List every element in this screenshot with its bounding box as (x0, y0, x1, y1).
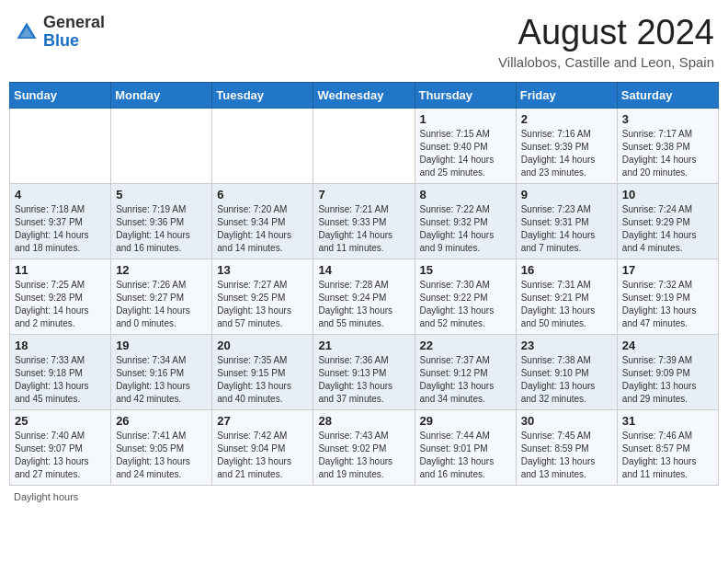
calendar-cell: 23Sunrise: 7:38 AMSunset: 9:10 PMDayligh… (516, 334, 617, 409)
calendar-week-row: 11Sunrise: 7:25 AMSunset: 9:28 PMDayligh… (10, 259, 719, 334)
day-info: Sunrise: 7:38 AMSunset: 9:10 PMDaylight:… (521, 354, 612, 406)
day-info: Sunrise: 7:18 AMSunset: 9:37 PMDaylight:… (15, 203, 106, 255)
calendar-cell: 16Sunrise: 7:31 AMSunset: 9:21 PMDayligh… (516, 259, 617, 334)
calendar-cell: 7Sunrise: 7:21 AMSunset: 9:33 PMDaylight… (313, 183, 415, 259)
calendar-cell (212, 108, 313, 183)
day-info: Sunrise: 7:31 AMSunset: 9:21 PMDaylight:… (521, 279, 612, 330)
day-info: Sunrise: 7:36 AMSunset: 9:13 PMDaylight:… (318, 354, 409, 406)
day-info: Sunrise: 7:42 AMSunset: 9:04 PMDaylight:… (217, 430, 308, 481)
calendar-cell: 17Sunrise: 7:32 AMSunset: 9:19 PMDayligh… (617, 259, 718, 334)
day-info: Sunrise: 7:15 AMSunset: 9:40 PMDaylight:… (420, 128, 511, 179)
day-number: 12 (116, 263, 207, 277)
calendar-cell: 14Sunrise: 7:28 AMSunset: 9:24 PMDayligh… (313, 259, 415, 334)
logo-icon (14, 19, 40, 45)
day-number: 3 (622, 112, 713, 126)
day-number: 6 (217, 188, 308, 201)
header: General Blue August 2024 Villalobos, Cas… (9, 9, 719, 75)
day-number: 14 (318, 263, 409, 277)
calendar-cell: 20Sunrise: 7:35 AMSunset: 9:15 PMDayligh… (212, 334, 313, 409)
day-number: 26 (116, 414, 207, 428)
day-info: Sunrise: 7:23 AMSunset: 9:31 PMDaylight:… (521, 203, 612, 255)
weekday-header: Sunday (10, 82, 111, 108)
calendar-week-row: 1Sunrise: 7:15 AMSunset: 9:40 PMDaylight… (10, 108, 719, 183)
calendar-cell: 13Sunrise: 7:27 AMSunset: 9:25 PMDayligh… (212, 259, 313, 334)
logo: General Blue (14, 14, 105, 51)
day-info: Sunrise: 7:41 AMSunset: 9:05 PMDaylight:… (116, 430, 207, 481)
day-number: 5 (116, 188, 207, 201)
calendar-cell: 30Sunrise: 7:45 AMSunset: 8:59 PMDayligh… (516, 409, 617, 485)
day-info: Sunrise: 7:35 AMSunset: 9:15 PMDaylight:… (217, 354, 308, 406)
day-number: 10 (622, 188, 713, 201)
calendar-week-row: 18Sunrise: 7:33 AMSunset: 9:18 PMDayligh… (10, 334, 719, 409)
calendar-cell: 5Sunrise: 7:19 AMSunset: 9:36 PMDaylight… (111, 183, 212, 259)
calendar-cell: 9Sunrise: 7:23 AMSunset: 9:31 PMDaylight… (516, 183, 617, 259)
day-number: 7 (318, 188, 409, 201)
day-info: Sunrise: 7:27 AMSunset: 9:25 PMDaylight:… (217, 279, 308, 330)
calendar-cell: 2Sunrise: 7:16 AMSunset: 9:39 PMDaylight… (516, 108, 617, 183)
calendar-table: SundayMondayTuesdayWednesdayThursdayFrid… (9, 82, 719, 486)
weekday-header: Wednesday (313, 82, 415, 108)
calendar-cell: 29Sunrise: 7:44 AMSunset: 9:01 PMDayligh… (415, 409, 516, 485)
logo-text: General Blue (43, 14, 105, 51)
title-area: August 2024 Villalobos, Castille and Leo… (498, 14, 714, 70)
calendar-cell: 31Sunrise: 7:46 AMSunset: 8:57 PMDayligh… (617, 409, 718, 485)
day-number: 27 (217, 414, 308, 428)
weekday-header: Monday (111, 82, 212, 108)
calendar-cell: 15Sunrise: 7:30 AMSunset: 9:22 PMDayligh… (415, 259, 516, 334)
day-info: Sunrise: 7:28 AMSunset: 9:24 PMDaylight:… (318, 279, 409, 330)
day-info: Sunrise: 7:43 AMSunset: 9:02 PMDaylight:… (318, 430, 409, 481)
day-number: 21 (318, 339, 409, 352)
day-info: Sunrise: 7:39 AMSunset: 9:09 PMDaylight:… (622, 354, 713, 406)
day-number: 31 (622, 414, 713, 428)
day-info: Sunrise: 7:25 AMSunset: 9:28 PMDaylight:… (15, 279, 106, 330)
day-info: Sunrise: 7:46 AMSunset: 8:57 PMDaylight:… (622, 430, 713, 481)
day-number: 2 (521, 112, 612, 126)
day-number: 16 (521, 263, 612, 277)
weekday-header: Thursday (415, 82, 516, 108)
calendar-cell (10, 108, 111, 183)
location-subtitle: Villalobos, Castille and Leon, Spain (498, 54, 714, 70)
daylight-label: Daylight hours (14, 491, 78, 502)
day-number: 20 (217, 339, 308, 352)
calendar-cell: 24Sunrise: 7:39 AMSunset: 9:09 PMDayligh… (617, 334, 718, 409)
day-info: Sunrise: 7:16 AMSunset: 9:39 PMDaylight:… (521, 128, 612, 179)
day-info: Sunrise: 7:19 AMSunset: 9:36 PMDaylight:… (116, 203, 207, 255)
day-info: Sunrise: 7:30 AMSunset: 9:22 PMDaylight:… (420, 279, 511, 330)
day-info: Sunrise: 7:40 AMSunset: 9:07 PMDaylight:… (15, 430, 106, 481)
day-info: Sunrise: 7:20 AMSunset: 9:34 PMDaylight:… (217, 203, 308, 255)
day-number: 18 (15, 339, 106, 352)
day-number: 15 (420, 263, 511, 277)
calendar-cell: 6Sunrise: 7:20 AMSunset: 9:34 PMDaylight… (212, 183, 313, 259)
calendar-cell: 28Sunrise: 7:43 AMSunset: 9:02 PMDayligh… (313, 409, 415, 485)
day-info: Sunrise: 7:37 AMSunset: 9:12 PMDaylight:… (420, 354, 511, 406)
day-info: Sunrise: 7:22 AMSunset: 9:32 PMDaylight:… (420, 203, 511, 255)
day-number: 1 (420, 112, 511, 126)
weekday-header: Tuesday (212, 82, 313, 108)
weekday-header: Friday (516, 82, 617, 108)
weekday-header: Saturday (617, 82, 718, 108)
calendar-cell: 8Sunrise: 7:22 AMSunset: 9:32 PMDaylight… (415, 183, 516, 259)
calendar-cell (111, 108, 212, 183)
calendar-cell (313, 108, 415, 183)
calendar-cell: 11Sunrise: 7:25 AMSunset: 9:28 PMDayligh… (10, 259, 111, 334)
calendar-cell: 25Sunrise: 7:40 AMSunset: 9:07 PMDayligh… (10, 409, 111, 485)
day-number: 30 (521, 414, 612, 428)
day-number: 28 (318, 414, 409, 428)
day-info: Sunrise: 7:26 AMSunset: 9:27 PMDaylight:… (116, 279, 207, 330)
calendar-cell: 4Sunrise: 7:18 AMSunset: 9:37 PMDaylight… (10, 183, 111, 259)
calendar-cell: 27Sunrise: 7:42 AMSunset: 9:04 PMDayligh… (212, 409, 313, 485)
day-number: 9 (521, 188, 612, 201)
day-number: 29 (420, 414, 511, 428)
calendar-cell: 10Sunrise: 7:24 AMSunset: 9:29 PMDayligh… (617, 183, 718, 259)
calendar-cell: 3Sunrise: 7:17 AMSunset: 9:38 PMDaylight… (617, 108, 718, 183)
day-number: 4 (15, 188, 106, 201)
day-number: 23 (521, 339, 612, 352)
day-info: Sunrise: 7:24 AMSunset: 9:29 PMDaylight:… (622, 203, 713, 255)
day-number: 22 (420, 339, 511, 352)
calendar-cell: 21Sunrise: 7:36 AMSunset: 9:13 PMDayligh… (313, 334, 415, 409)
day-info: Sunrise: 7:45 AMSunset: 8:59 PMDaylight:… (521, 430, 612, 481)
calendar-week-row: 25Sunrise: 7:40 AMSunset: 9:07 PMDayligh… (10, 409, 719, 485)
month-title: August 2024 (498, 14, 714, 52)
logo-general: General (43, 13, 105, 31)
calendar-cell: 18Sunrise: 7:33 AMSunset: 9:18 PMDayligh… (10, 334, 111, 409)
